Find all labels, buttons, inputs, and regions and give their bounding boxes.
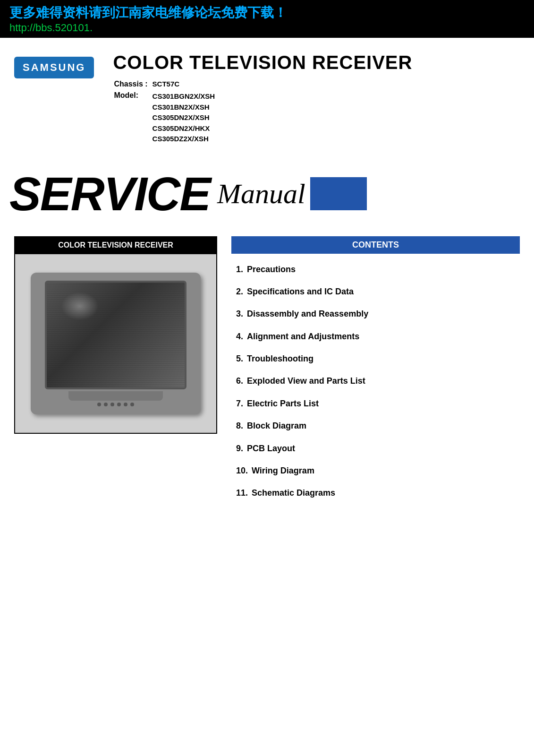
contents-list: 1.Precautions2.Specifications and IC Dat… [231,254,520,509]
model-label: Model: [114,90,151,146]
contents-item-5: 5.Troubleshooting [231,348,520,370]
tv-box-header: COLOR TELEVISION RECEIVER [14,236,217,254]
contents-item-6: 6.Exploded View and Parts List [231,370,520,392]
contents-container: CONTENTS 1.Precautions2.Specifications a… [231,236,520,509]
service-text: SERVICE [9,170,210,217]
contents-item-9: 9.PCB Layout [231,438,520,460]
tv-controls [97,403,134,406]
title-block: COLOR TELEVISION RECEIVER Chassis : SCT5… [113,52,520,146]
contents-item-10: 10.Wiring Diagram [231,460,520,482]
contents-num-10: 10. [236,466,248,475]
contents-label-5: Troubleshooting [247,354,314,363]
tv-dot-6 [130,403,134,406]
tv-image-container: COLOR TELEVISION RECEIVER [14,236,217,509]
contents-label-11: Schematic Diagrams [252,488,335,498]
top-banner: 更多难得资料请到江南家电维修论坛免费下载！ http://bbs.520101. [0,0,534,38]
contents-num-8: 8. [236,421,243,430]
main-title: COLOR TELEVISION RECEIVER [113,52,520,73]
model-value-5: CS305DZ2X/XSH [153,134,215,145]
model-values: CS301BGN2X/XSH CS301BN2X/XSH CS305DN2X/X… [153,90,219,146]
contents-label-8: Block Diagram [247,421,306,430]
contents-num-3: 3. [236,309,243,318]
contents-header: CONTENTS [231,236,520,254]
contents-num-2: 2. [236,287,243,296]
contents-label-4: Alignment and Adjustments [247,332,359,341]
contents-label-2: Specifications and IC Data [247,287,354,296]
contents-label-10: Wiring Diagram [252,466,314,475]
contents-label-3: Disassembly and Reassembly [247,309,368,318]
contents-num-1: 1. [236,265,243,274]
contents-num-11: 11. [236,488,248,498]
samsung-logo-text: SAMSUNG [23,61,85,73]
contents-item-4: 4.Alignment and Adjustments [231,326,520,348]
contents-num-5: 5. [236,354,243,363]
tv-dot-3 [110,403,114,406]
contents-num-6: 6. [236,376,243,386]
banner-line2: http://bbs.520101. [9,22,525,34]
tv-dot-4 [117,403,121,406]
model-value-1: CS301BGN2X/XSH [153,91,215,102]
content-section: COLOR TELEVISION RECEIVER CONTENTS [0,227,534,519]
blue-bar-decoration [310,177,367,210]
contents-num-7: 7. [236,399,243,408]
tv-dot-5 [124,403,127,406]
contents-num-9: 9. [236,444,243,453]
contents-item-2: 2.Specifications and IC Data [231,281,520,303]
tv-dot-2 [104,403,108,406]
service-manual-section: SERVICE Manual [0,161,534,222]
contents-item-11: 11.Schematic Diagrams [231,482,520,504]
contents-label-6: Exploded View and Parts List [247,376,365,386]
model-value-2: CS301BN2X/XSH [153,102,215,113]
model-value-4: CS305DN2X/HKX [153,123,215,134]
spec-table: Chassis : SCT57C Model: CS301BGN2X/XSH C… [113,78,220,146]
contents-item-3: 3.Disassembly and Reassembly [231,303,520,325]
contents-item-8: 8.Block Diagram [231,415,520,437]
tv-screen [45,281,186,389]
chassis-value: SCT57C [153,79,219,89]
contents-num-4: 4. [236,332,243,341]
contents-label-7: Electric Parts List [247,399,319,408]
tv-screen-lines [47,283,185,387]
samsung-logo: SAMSUNG [14,57,94,78]
manual-text: Manual [217,180,305,208]
contents-label-9: PCB Layout [247,444,295,453]
tv-image-box [14,254,217,434]
chassis-label: Chassis : [114,79,151,89]
tv-base [68,391,163,401]
contents-item-1: 1.Precautions [231,258,520,281]
contents-label-1: Precautions [247,265,296,274]
tv-illustration [31,273,201,414]
model-value-3: CS305DN2X/XSH [153,112,215,123]
tv-dot-1 [97,403,101,406]
banner-line1: 更多难得资料请到江南家电维修论坛免费下载！ [9,4,525,22]
header-section: SAMSUNG COLOR TELEVISION RECEIVER Chassi… [0,43,534,151]
contents-item-7: 7.Electric Parts List [231,393,520,415]
